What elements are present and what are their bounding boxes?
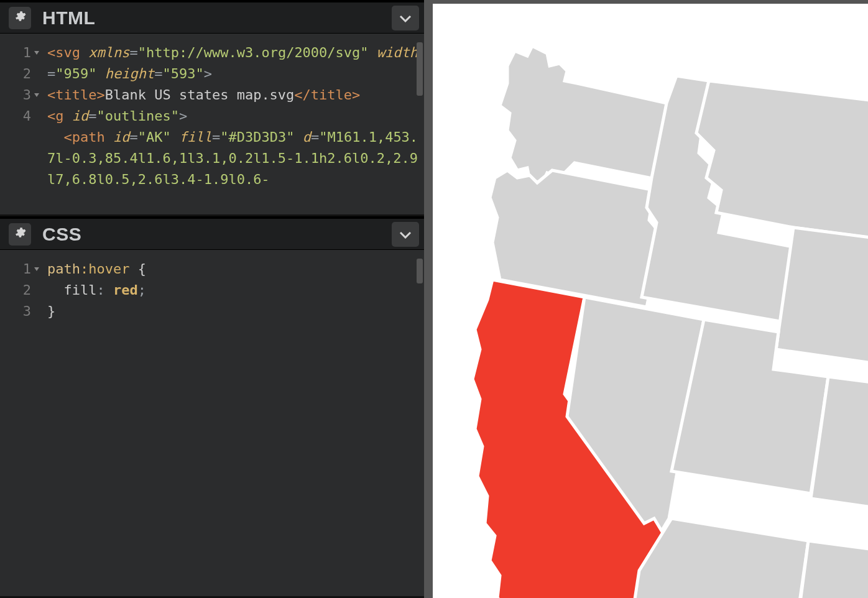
preview-column [424,0,868,598]
chevron-down-icon [399,226,412,242]
line-number: 2 [0,280,31,301]
css-gutter: 1 2 3 [0,250,36,596]
line-number: 3 [0,85,31,106]
scrollbar-thumb[interactable] [417,259,423,283]
html-editor[interactable]: 1 2 3 4 <svg xmlns="http://www.w3.org/20… [0,34,424,214]
scrollbar-thumb[interactable] [417,42,423,96]
html-code[interactable]: <svg xmlns="http://www.w3.org/2000/svg" … [36,34,424,214]
css-code[interactable]: path:hover { fill: red; } [36,250,424,596]
collapse-button-css[interactable] [392,222,419,247]
line-number: 4 [0,106,31,127]
panel-css: CSS 1 2 3 path:hover { fill: red; } [0,216,424,598]
css-editor[interactable]: 1 2 3 path:hover { fill: red; } [0,250,424,596]
line-number: 1 [0,42,31,63]
editors-column: HTML 1 2 3 4 <svg xmlns="http://www.w3.o… [0,0,424,598]
panel-css-header: CSS [0,216,424,250]
preview-pane[interactable] [433,4,868,598]
panel-html-header: HTML [0,0,424,34]
collapse-button-html[interactable] [392,6,419,30]
panel-html-title: HTML [42,7,392,29]
html-gutter: 1 2 3 4 [0,34,36,214]
us-map-svg[interactable] [433,4,868,598]
line-number: 3 [0,301,31,322]
chevron-down-icon [399,10,412,25]
state-wy[interactable] [776,228,868,374]
gear-icon [14,10,26,25]
panel-html: HTML 1 2 3 4 <svg xmlns="http://www.w3.o… [0,0,424,216]
settings-button-css[interactable] [9,223,31,246]
settings-button-html[interactable] [9,7,31,29]
app-root: HTML 1 2 3 4 <svg xmlns="http://www.w3.o… [0,0,868,598]
line-number: 2 [0,63,31,85]
gear-icon [14,226,26,242]
panel-css-title: CSS [42,224,392,245]
line-number: 1 [0,259,31,280]
